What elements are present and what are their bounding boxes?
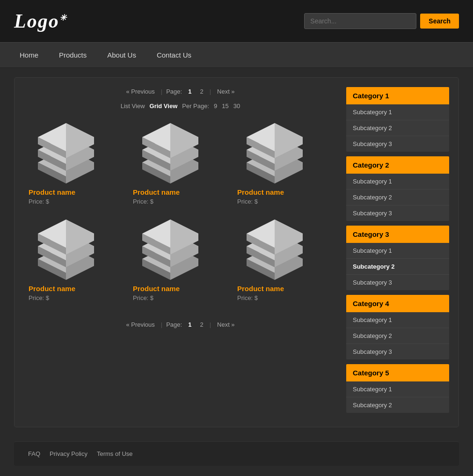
search-button[interactable]: Search <box>420 14 459 29</box>
cat1-subcat-3[interactable]: Subcategory 3 <box>346 136 449 152</box>
category-3: Category 3 Subcategory 1 Subcategory 2 S… <box>346 226 449 290</box>
product-name-5: Product name <box>133 285 180 293</box>
page-1-bottom[interactable]: 1 <box>186 320 194 329</box>
cat5-subcat-1[interactable]: Subcategory 1 <box>346 381 449 397</box>
nav: Home Products About Us Contact Us <box>0 42 473 68</box>
cat5-subcat-2[interactable]: Subcategory 2 <box>346 397 449 413</box>
page-label-bottom: Page: <box>166 321 182 328</box>
search-area: Search <box>304 13 459 29</box>
product-price-1: Price: $ <box>29 198 49 205</box>
per-page-9[interactable]: 9 <box>214 103 217 110</box>
nav-contact[interactable]: Contact Us <box>146 42 202 68</box>
product-name-4: Product name <box>29 285 75 293</box>
page-label-top: Page: <box>166 88 182 95</box>
sidebar: Category 1 Subcategory 1 Subcategory 2 S… <box>346 87 449 417</box>
category-1: Category 1 Subcategory 1 Subcategory 2 S… <box>346 87 449 152</box>
product-price-3: Price: $ <box>237 198 258 205</box>
view-options: List View Grid View Per Page: 9 15 30 <box>24 103 337 110</box>
cat4-subcat-1[interactable]: Subcategory 1 <box>346 312 449 328</box>
product-cell-4: Product name Price: $ <box>24 214 128 311</box>
page-1-top[interactable]: 1 <box>186 87 194 96</box>
main-content: « Previous | Page: 1 2 | Next » List Vie… <box>14 77 459 427</box>
cat1-subcat-2[interactable]: Subcategory 2 <box>346 120 449 136</box>
next-page-top[interactable]: Next » <box>215 87 237 96</box>
product-image-2 <box>133 123 208 188</box>
product-cell-2: Product name Price: $ <box>128 118 233 214</box>
product-name-1: Product name <box>29 188 75 196</box>
product-price-4: Price: $ <box>29 294 49 301</box>
nav-products[interactable]: Products <box>49 42 97 68</box>
page-2-bottom[interactable]: 2 <box>197 320 205 329</box>
header: Logo✳ Search <box>0 0 473 42</box>
product-image-5 <box>133 219 208 285</box>
category-5-body: Subcategory 1 Subcategory 2 <box>346 381 449 413</box>
product-price-6: Price: $ <box>237 294 258 301</box>
cat4-subcat-2[interactable]: Subcategory 2 <box>346 328 449 344</box>
product-image-4 <box>29 219 103 285</box>
category-1-body: Subcategory 1 Subcategory 2 Subcategory … <box>346 104 449 152</box>
products-area: « Previous | Page: 1 2 | Next » List Vie… <box>24 87 337 417</box>
next-page-bottom[interactable]: Next » <box>215 320 237 329</box>
product-cell-3: Product name Price: $ <box>233 118 337 214</box>
cat2-subcat-1[interactable]: Subcategory 1 <box>346 174 449 190</box>
footer-privacy[interactable]: Privacy Policy <box>50 450 87 457</box>
logo-star: ✳ <box>59 13 67 22</box>
list-view-btn[interactable]: List View <box>121 103 145 110</box>
pagination-bottom: « Previous | Page: 1 2 | Next » <box>24 320 337 329</box>
category-2: Category 2 Subcategory 1 Subcategory 2 S… <box>346 156 449 221</box>
product-grid: Product name Price: $ <box>24 118 337 311</box>
nav-home[interactable]: Home <box>9 42 49 68</box>
category-4: Category 4 Subcategory 1 Subcategory 2 S… <box>346 295 449 359</box>
logo: Logo✳ <box>14 10 67 32</box>
product-image-6 <box>237 219 312 285</box>
page-2-top[interactable]: 2 <box>197 87 205 96</box>
product-name-2: Product name <box>133 188 180 196</box>
cat2-subcat-3[interactable]: Subcategory 3 <box>346 205 449 221</box>
category-4-body: Subcategory 1 Subcategory 2 Subcategory … <box>346 312 449 359</box>
footer-faq[interactable]: FAQ <box>28 450 40 457</box>
footer-terms[interactable]: Terms of Use <box>97 450 133 457</box>
grid-view-btn[interactable]: Grid View <box>150 103 178 110</box>
product-price-2: Price: $ <box>133 198 153 205</box>
prev-page-bottom[interactable]: « Previous <box>124 320 157 329</box>
nav-about[interactable]: About Us <box>97 42 146 68</box>
product-name-6: Product name <box>237 285 284 293</box>
product-image-1 <box>29 123 103 188</box>
product-cell-6: Product name Price: $ <box>233 214 337 311</box>
product-cell-1: Product name Price: $ <box>24 118 128 214</box>
category-4-header[interactable]: Category 4 <box>346 295 449 312</box>
main-wrap: « Previous | Page: 1 2 | Next » List Vie… <box>0 68 473 437</box>
category-5-header[interactable]: Category 5 <box>346 364 449 381</box>
category-2-body: Subcategory 1 Subcategory 2 Subcategory … <box>346 174 449 221</box>
cat2-subcat-2[interactable]: Subcategory 2 <box>346 190 449 205</box>
prev-page-top[interactable]: « Previous <box>124 87 157 96</box>
category-5: Category 5 Subcategory 1 Subcategory 2 <box>346 364 449 413</box>
footer-links: FAQ Privacy Policy Terms of Use <box>28 450 445 457</box>
per-page-15[interactable]: 15 <box>222 103 228 110</box>
cat1-subcat-1[interactable]: Subcategory 1 <box>346 104 449 120</box>
category-3-header[interactable]: Category 3 <box>346 226 449 243</box>
footer: FAQ Privacy Policy Terms of Use <box>14 441 459 466</box>
cat3-subcat-1[interactable]: Subcategory 1 <box>346 243 449 259</box>
category-1-header[interactable]: Category 1 <box>346 87 449 104</box>
cat3-subcat-2[interactable]: Subcategory 2 <box>346 259 449 275</box>
per-page-label: Per Page: <box>182 103 209 110</box>
product-name-3: Product name <box>237 188 284 196</box>
product-price-5: Price: $ <box>133 294 153 301</box>
product-image-3 <box>237 123 312 188</box>
category-2-header[interactable]: Category 2 <box>346 156 449 174</box>
cat4-subcat-3[interactable]: Subcategory 3 <box>346 344 449 359</box>
search-input[interactable] <box>304 13 416 29</box>
cat3-subcat-3[interactable]: Subcategory 3 <box>346 275 449 290</box>
logo-text: Logo <box>14 10 59 32</box>
pagination-top: « Previous | Page: 1 2 | Next » <box>24 87 337 96</box>
per-page-30[interactable]: 30 <box>233 103 240 110</box>
product-cell-5: Product name Price: $ <box>128 214 233 311</box>
category-3-body: Subcategory 1 Subcategory 2 Subcategory … <box>346 243 449 290</box>
